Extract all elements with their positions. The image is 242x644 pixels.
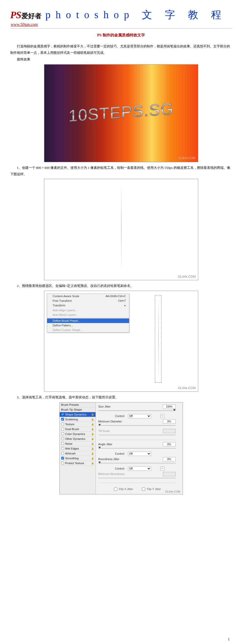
menu-label: Content-Aware Scale xyxy=(53,295,79,298)
slider-min-diameter[interactable] xyxy=(98,424,176,427)
value-min-diameter[interactable]: 0% xyxy=(163,419,176,424)
figure-step1: OLiHe.COM xyxy=(44,179,198,280)
lock-icon: 🔒 xyxy=(91,428,94,430)
result-text: 10STEPS.SG xyxy=(68,99,174,126)
row-dual-brush[interactable]: Dual Brush 🔒 xyxy=(60,427,96,432)
flip-y[interactable]: Flip Y Jitter xyxy=(141,487,161,492)
row-shape-dynamics[interactable]: Shape Dynamics 🔒 xyxy=(60,412,96,417)
menu-define-brush[interactable]: Define Brush Preset... xyxy=(47,318,129,323)
label-roundness-jitter: Roundness Jitter xyxy=(98,458,127,461)
checkbox[interactable] xyxy=(61,423,64,425)
row-color-dynamics[interactable]: Color Dynamics 🔒 xyxy=(60,432,96,437)
menu-label: Define Pattern... xyxy=(53,324,73,327)
checkbox[interactable] xyxy=(61,462,64,464)
row-brush-tip-shape[interactable]: Brush Tip Shape xyxy=(60,407,96,412)
checkbox[interactable] xyxy=(61,437,64,440)
brush-panel-right: Size Jitter 100% Control: Off ✎ Minimum … xyxy=(96,402,183,494)
row-brush-presets[interactable]: Brush Presets xyxy=(60,402,96,407)
slider-size-jitter[interactable] xyxy=(98,409,176,412)
checkbox[interactable] xyxy=(61,418,64,421)
label: Color Dynamics xyxy=(65,432,85,435)
value-tilt-scale xyxy=(163,429,176,433)
menu-auto-align: Auto-Align Layers... xyxy=(47,308,129,313)
menu-define-pattern[interactable]: Define Pattern... xyxy=(47,323,129,328)
slider-angle-jitter[interactable] xyxy=(98,447,176,450)
menu-free-transform[interactable]: Free Transform Ctrl+T xyxy=(47,298,129,303)
edit-menu: Content-Aware Scale Alt+Shift+Ctrl+C Fre… xyxy=(47,294,129,333)
menu-label: Define Brush Preset... xyxy=(53,319,80,322)
header-divider xyxy=(10,28,232,29)
menu-auto-blend: Auto-Blend Layers... xyxy=(47,313,129,317)
page-number: 1 xyxy=(228,637,230,641)
menu-label: Auto-Blend Layers... xyxy=(53,313,78,316)
lock-icon: 🔒 xyxy=(91,438,94,440)
menu-label: Free Transform xyxy=(53,299,72,302)
menu-label: Auto-Align Layers... xyxy=(53,309,77,312)
slider-tilt-scale xyxy=(98,434,176,436)
article-title: PS 制作的金属质感特效文字 xyxy=(10,33,232,38)
label: Scattering xyxy=(65,418,78,421)
label: Shape Dynamics xyxy=(65,413,87,416)
checkbox[interactable] xyxy=(61,442,64,445)
label: Other Dynamics xyxy=(65,437,86,440)
label: Smoothing xyxy=(65,457,79,460)
menu-content-aware-scale[interactable]: Content-Aware Scale Alt+Shift+Ctrl+C xyxy=(47,294,129,298)
row-other-dynamics[interactable]: Other Dynamics 🔒 xyxy=(60,437,96,441)
label: Brush Tip Shape xyxy=(61,408,82,411)
lock-icon: 🔒 xyxy=(91,457,94,460)
label-angle-jitter: Angle Jitter xyxy=(98,443,127,446)
label: Noise xyxy=(65,442,72,445)
select-control-roundness[interactable]: Off xyxy=(128,466,151,471)
label-tilt-scale: Tilt Scale xyxy=(98,429,127,432)
label-control: Control: xyxy=(98,452,127,455)
site-link[interactable]: www.50jun.com xyxy=(11,22,38,27)
value-size-jitter[interactable]: 100% xyxy=(163,404,176,409)
checkbox[interactable] xyxy=(61,447,64,450)
separator xyxy=(98,440,176,440)
checkbox[interactable] xyxy=(61,432,64,435)
value-roundness-jitter[interactable]: 0% xyxy=(163,457,176,461)
slider-roundness-jitter[interactable] xyxy=(98,462,176,464)
lock-icon: 🔒 xyxy=(91,452,94,455)
row-protect-texture[interactable]: Protect Texture 🔒 xyxy=(60,461,96,466)
flip-x[interactable]: Flip X Jitter xyxy=(113,487,133,492)
menu-transform[interactable]: Transform xyxy=(47,303,129,308)
row-scattering[interactable]: Scattering 🔒 xyxy=(60,417,96,422)
label: Texture xyxy=(65,423,75,426)
checkbox[interactable] xyxy=(61,413,64,416)
watermark: OLiHe.COM xyxy=(165,490,181,493)
lock-icon: 🔒 xyxy=(91,462,94,464)
label-control: Control: xyxy=(98,414,127,418)
checkbox[interactable] xyxy=(61,457,64,460)
checkbox[interactable] xyxy=(61,452,64,455)
watermark: OLiHe.COM xyxy=(178,386,196,390)
row-airbrush[interactable]: Airbrush 🔒 xyxy=(60,451,96,456)
select-control-size[interactable]: Off xyxy=(128,414,151,418)
logo-cn: 爱好者 xyxy=(22,12,41,20)
label-control: Control: xyxy=(98,467,127,470)
checkbox[interactable] xyxy=(61,428,64,430)
watermark: OLiHe.COM xyxy=(178,275,196,278)
figure-result: 10STEPS.SG OLiHe.COM xyxy=(44,64,198,162)
label-min-roundness: Minimum Roundness xyxy=(98,472,127,475)
label: Brush Presets xyxy=(61,403,79,406)
checkbox-flip-x[interactable] xyxy=(114,487,117,491)
final-label: 最终效果 xyxy=(10,56,232,63)
selection-marquee xyxy=(155,295,162,383)
row-noise[interactable]: Noise 🔒 xyxy=(60,441,96,446)
step-1-text: 1、创建一个 800 × 600 像素的文件。使用大小为 1 像素的铅笔工具，绘… xyxy=(10,165,232,177)
row-texture[interactable]: Texture 🔒 xyxy=(60,422,96,427)
checkbox-flip-y[interactable] xyxy=(142,487,145,491)
menu-define-shape: Define Custom Shape... xyxy=(47,328,129,332)
value-angle-jitter[interactable]: 0% xyxy=(163,442,176,446)
brush-panel: Brush Presets Brush Tip Shape Shape Dyna… xyxy=(59,402,183,494)
lock-icon: 🔒 xyxy=(91,442,94,445)
row-wet-edges[interactable]: Wet Edges 🔒 xyxy=(60,446,96,451)
row-smoothing[interactable]: Smoothing 🔒 xyxy=(60,456,96,461)
menu-label: Transform xyxy=(53,304,66,307)
menu-separator xyxy=(47,318,129,318)
watermark: OLiHe.COM xyxy=(178,156,195,160)
lock-icon: 🔒 xyxy=(91,433,94,435)
select-control-angle[interactable]: Off xyxy=(128,452,151,456)
flip-row: Flip X Jitter Flip Y Jitter xyxy=(98,485,176,492)
